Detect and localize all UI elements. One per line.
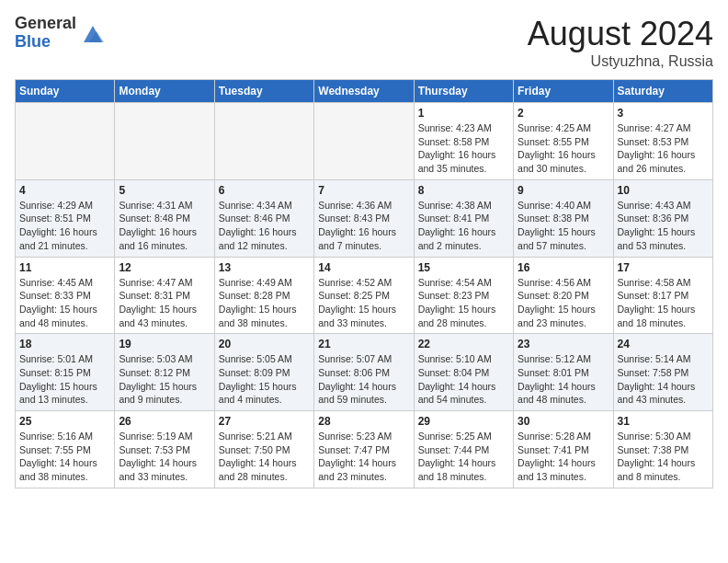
weekday-header-sunday: Sunday xyxy=(16,80,115,103)
calendar-cell: 2Sunrise: 4:25 AMSunset: 8:55 PMDaylight… xyxy=(514,103,613,180)
day-info: Sunrise: 4:40 AMSunset: 8:38 PMDaylight:… xyxy=(518,199,609,253)
page-header: General Blue August 2024 Ustyuzhna, Russ… xyxy=(15,15,713,70)
day-number: 21 xyxy=(318,338,409,350)
weekday-header-wednesday: Wednesday xyxy=(314,80,414,103)
calendar-cell: 5Sunrise: 4:31 AMSunset: 8:48 PMDaylight… xyxy=(115,179,214,257)
day-info: Sunrise: 4:23 AMSunset: 8:58 PMDaylight:… xyxy=(418,121,509,176)
day-number: 9 xyxy=(518,184,609,197)
calendar-cell: 20Sunrise: 5:05 AMSunset: 8:09 PMDayligh… xyxy=(214,334,313,411)
day-number: 8 xyxy=(418,184,509,197)
day-info: Sunrise: 4:45 AMSunset: 8:33 PMDaylight:… xyxy=(19,276,110,330)
day-info: Sunrise: 5:25 AMSunset: 7:44 PMDaylight:… xyxy=(418,430,509,484)
day-number: 10 xyxy=(618,184,709,197)
day-number: 20 xyxy=(219,338,310,350)
day-info: Sunrise: 5:16 AMSunset: 7:55 PMDaylight:… xyxy=(19,430,110,484)
day-info: Sunrise: 4:36 AMSunset: 8:43 PMDaylight:… xyxy=(318,199,409,253)
calendar-cell: 6Sunrise: 4:34 AMSunset: 8:46 PMDaylight… xyxy=(214,179,313,257)
day-info: Sunrise: 5:19 AMSunset: 7:53 PMDaylight:… xyxy=(119,430,210,484)
day-info: Sunrise: 5:03 AMSunset: 8:12 PMDaylight:… xyxy=(119,352,210,407)
day-info: Sunrise: 5:07 AMSunset: 8:06 PMDaylight:… xyxy=(318,352,409,407)
calendar-cell xyxy=(16,103,115,180)
day-info: Sunrise: 4:34 AMSunset: 8:46 PMDaylight:… xyxy=(219,199,310,253)
calendar-cell: 9Sunrise: 4:40 AMSunset: 8:38 PMDaylight… xyxy=(514,179,613,257)
week-row-1: 1Sunrise: 4:23 AMSunset: 8:58 PMDaylight… xyxy=(16,103,713,180)
day-number: 18 xyxy=(19,338,110,350)
calendar-cell: 22Sunrise: 5:10 AMSunset: 8:04 PMDayligh… xyxy=(414,334,513,411)
day-info: Sunrise: 5:23 AMSunset: 7:47 PMDaylight:… xyxy=(318,430,409,484)
day-number: 12 xyxy=(119,261,210,274)
weekday-header-tuesday: Tuesday xyxy=(214,80,313,103)
calendar-cell xyxy=(314,103,414,180)
weekday-header-saturday: Saturday xyxy=(613,80,712,103)
calendar-cell: 7Sunrise: 4:36 AMSunset: 8:43 PMDaylight… xyxy=(314,179,414,257)
calendar-cell: 12Sunrise: 4:47 AMSunset: 8:31 PMDayligh… xyxy=(115,257,214,334)
weekday-header-row: SundayMondayTuesdayWednesdayThursdayFrid… xyxy=(16,80,713,103)
calendar-cell: 11Sunrise: 4:45 AMSunset: 8:33 PMDayligh… xyxy=(16,257,115,334)
calendar-cell: 28Sunrise: 5:23 AMSunset: 7:47 PMDayligh… xyxy=(314,411,414,488)
day-info: Sunrise: 4:58 AMSunset: 8:17 PMDaylight:… xyxy=(618,276,709,330)
calendar-cell: 14Sunrise: 4:52 AMSunset: 8:25 PMDayligh… xyxy=(314,257,414,334)
calendar-cell: 10Sunrise: 4:43 AMSunset: 8:36 PMDayligh… xyxy=(613,179,712,257)
calendar-cell: 21Sunrise: 5:07 AMSunset: 8:06 PMDayligh… xyxy=(314,334,414,411)
calendar-cell: 27Sunrise: 5:21 AMSunset: 7:50 PMDayligh… xyxy=(214,411,313,488)
day-number: 7 xyxy=(318,184,409,197)
day-number: 23 xyxy=(518,338,609,350)
calendar-cell: 30Sunrise: 5:28 AMSunset: 7:41 PMDayligh… xyxy=(514,411,613,488)
calendar-cell: 4Sunrise: 4:29 AMSunset: 8:51 PMDaylight… xyxy=(16,179,115,257)
day-info: Sunrise: 5:14 AMSunset: 7:58 PMDaylight:… xyxy=(618,352,709,407)
calendar-cell: 29Sunrise: 5:25 AMSunset: 7:44 PMDayligh… xyxy=(414,411,513,488)
calendar-cell: 15Sunrise: 4:54 AMSunset: 8:23 PMDayligh… xyxy=(414,257,513,334)
day-info: Sunrise: 4:56 AMSunset: 8:20 PMDaylight:… xyxy=(518,276,609,330)
day-number: 31 xyxy=(618,415,709,428)
day-info: Sunrise: 4:52 AMSunset: 8:25 PMDaylight:… xyxy=(318,276,409,330)
day-number: 2 xyxy=(518,107,609,120)
month-year-title: August 2024 xyxy=(528,15,713,53)
weekday-header-thursday: Thursday xyxy=(414,80,513,103)
day-info: Sunrise: 4:29 AMSunset: 8:51 PMDaylight:… xyxy=(19,199,110,253)
day-number: 11 xyxy=(19,261,110,274)
calendar-cell: 19Sunrise: 5:03 AMSunset: 8:12 PMDayligh… xyxy=(115,334,214,411)
day-info: Sunrise: 5:10 AMSunset: 8:04 PMDaylight:… xyxy=(418,352,509,407)
day-info: Sunrise: 4:47 AMSunset: 8:31 PMDaylight:… xyxy=(119,276,210,330)
day-number: 28 xyxy=(318,415,409,428)
day-number: 4 xyxy=(19,184,110,197)
calendar-cell: 8Sunrise: 4:38 AMSunset: 8:41 PMDaylight… xyxy=(414,179,513,257)
calendar-cell: 3Sunrise: 4:27 AMSunset: 8:53 PMDaylight… xyxy=(613,103,712,180)
title-block: August 2024 Ustyuzhna, Russia xyxy=(528,15,713,70)
day-number: 1 xyxy=(418,107,509,120)
calendar-cell: 13Sunrise: 4:49 AMSunset: 8:28 PMDayligh… xyxy=(214,257,313,334)
calendar-table: SundayMondayTuesdayWednesdayThursdayFrid… xyxy=(15,79,713,488)
day-number: 17 xyxy=(618,261,709,274)
calendar-cell: 26Sunrise: 5:19 AMSunset: 7:53 PMDayligh… xyxy=(115,411,214,488)
day-info: Sunrise: 4:38 AMSunset: 8:41 PMDaylight:… xyxy=(418,199,509,253)
day-number: 15 xyxy=(418,261,509,274)
location-subtitle: Ustyuzhna, Russia xyxy=(528,53,713,70)
day-number: 13 xyxy=(219,261,310,274)
day-info: Sunrise: 5:30 AMSunset: 7:38 PMDaylight:… xyxy=(618,430,709,484)
weekday-header-friday: Friday xyxy=(514,80,613,103)
day-number: 25 xyxy=(19,415,110,428)
weekday-header-monday: Monday xyxy=(115,80,214,103)
day-info: Sunrise: 4:54 AMSunset: 8:23 PMDaylight:… xyxy=(418,276,509,330)
day-number: 16 xyxy=(518,261,609,274)
logo: General Blue xyxy=(15,15,106,52)
day-number: 5 xyxy=(119,184,210,197)
calendar-cell: 1Sunrise: 4:23 AMSunset: 8:58 PMDaylight… xyxy=(414,103,513,180)
calendar-cell: 16Sunrise: 4:56 AMSunset: 8:20 PMDayligh… xyxy=(514,257,613,334)
week-row-5: 25Sunrise: 5:16 AMSunset: 7:55 PMDayligh… xyxy=(16,411,713,488)
calendar-cell: 31Sunrise: 5:30 AMSunset: 7:38 PMDayligh… xyxy=(613,411,712,488)
day-number: 14 xyxy=(318,261,409,274)
day-number: 6 xyxy=(219,184,310,197)
day-number: 26 xyxy=(119,415,210,428)
day-number: 30 xyxy=(518,415,609,428)
logo-blue-text: Blue xyxy=(15,33,76,52)
day-number: 29 xyxy=(418,415,509,428)
week-row-4: 18Sunrise: 5:01 AMSunset: 8:15 PMDayligh… xyxy=(16,334,713,411)
day-info: Sunrise: 4:25 AMSunset: 8:55 PMDaylight:… xyxy=(518,121,609,176)
calendar-cell: 23Sunrise: 5:12 AMSunset: 8:01 PMDayligh… xyxy=(514,334,613,411)
calendar-cell: 17Sunrise: 4:58 AMSunset: 8:17 PMDayligh… xyxy=(613,257,712,334)
day-info: Sunrise: 5:05 AMSunset: 8:09 PMDaylight:… xyxy=(219,352,310,407)
week-row-2: 4Sunrise: 4:29 AMSunset: 8:51 PMDaylight… xyxy=(16,179,713,257)
day-number: 19 xyxy=(119,338,210,350)
day-number: 3 xyxy=(618,107,709,120)
